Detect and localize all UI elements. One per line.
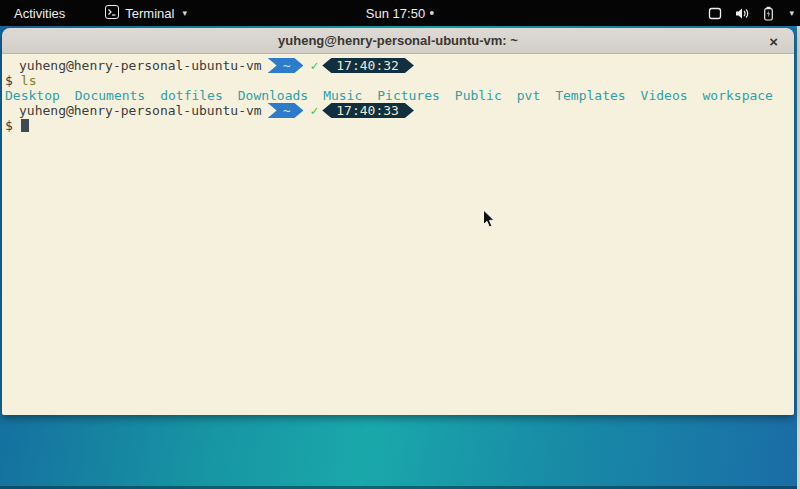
- prompt-path-segment: ~: [268, 58, 304, 73]
- dir-item: dotfiles: [160, 88, 223, 103]
- prompt-time-segment: 17:40:32: [322, 58, 414, 73]
- prompt-dollar: $: [5, 118, 13, 133]
- dir-item: Documents: [75, 88, 145, 103]
- terminal-icon: [105, 5, 119, 22]
- display-icon: [708, 7, 722, 20]
- window-titlebar[interactable]: yuheng@henry-personal-ubuntu-vm: ~ ×: [2, 28, 794, 54]
- clock-label: Sun 17:50: [366, 6, 425, 21]
- prompt-dollar: $: [5, 73, 13, 88]
- screen: Activities Terminal ▾ Sun 17:50: [0, 0, 800, 489]
- top-bar: Activities Terminal ▾ Sun 17:50: [0, 0, 800, 26]
- system-tray-button[interactable]: ▾: [708, 0, 794, 26]
- dir-item: Downloads: [238, 88, 308, 103]
- dir-item: Music: [323, 88, 362, 103]
- prompt-line-2: yuheng@henry-personal-ubuntu-vm ~ ✓ 17:4…: [2, 103, 794, 118]
- command-line: $ ls: [2, 73, 794, 88]
- terminal-cursor: [21, 119, 29, 132]
- dir-item: pvt: [517, 88, 540, 103]
- dir-item: Public: [455, 88, 502, 103]
- dir-item: Desktop: [5, 88, 60, 103]
- status-check-icon: ✓: [310, 58, 318, 73]
- dir-item: Videos: [641, 88, 688, 103]
- prompt-host: yuheng@henry-personal-ubuntu-vm: [19, 58, 262, 73]
- dir-item: Templates: [555, 88, 625, 103]
- clock-button[interactable]: Sun 17:50: [366, 0, 434, 26]
- prompt-host: yuheng@henry-personal-ubuntu-vm: [19, 103, 262, 118]
- volume-icon: [735, 7, 750, 20]
- prompt-path-segment: ~: [268, 103, 304, 118]
- battery-charging-icon: [763, 6, 774, 21]
- activities-button[interactable]: Activities: [10, 4, 69, 23]
- notification-dot: [430, 11, 434, 15]
- app-menu[interactable]: Terminal ▾: [105, 5, 187, 22]
- terminal-window: yuheng@henry-personal-ubuntu-vm: ~ × yuh…: [2, 28, 794, 415]
- status-check-icon: ✓: [310, 103, 318, 118]
- input-line[interactable]: $: [2, 118, 794, 133]
- command-text: ls: [21, 73, 37, 88]
- prompt-line-1: yuheng@henry-personal-ubuntu-vm ~ ✓ 17:4…: [2, 58, 794, 73]
- close-button[interactable]: ×: [769, 33, 778, 48]
- ls-output-line: Desktop Documents dotfiles Downloads Mus…: [2, 88, 794, 103]
- prompt-time-segment: 17:40:33: [322, 103, 414, 118]
- window-title: yuheng@henry-personal-ubuntu-vm: ~: [278, 33, 518, 48]
- terminal-content[interactable]: yuheng@henry-personal-ubuntu-vm ~ ✓ 17:4…: [2, 54, 794, 415]
- chevron-down-icon: ▾: [182, 8, 187, 18]
- dir-item: workspace: [703, 88, 773, 103]
- dir-item: Pictures: [377, 88, 440, 103]
- app-menu-label: Terminal: [125, 6, 174, 21]
- chevron-down-icon: ▾: [789, 8, 794, 18]
